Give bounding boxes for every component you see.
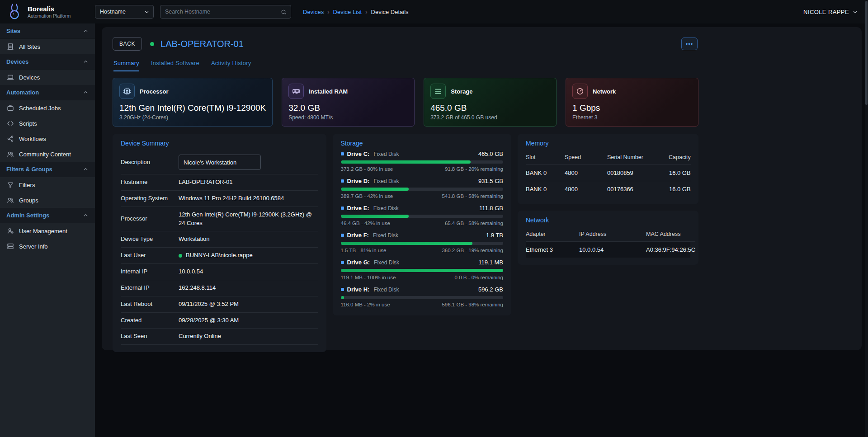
drive-row-e: Drive E: Fixed Disk 111.8 GB 46.4 GB - 4… [341,205,503,226]
speed-gauge-icon [572,84,588,99]
drive-size: 465.0 GB [478,150,503,157]
summary-row-description: Description [121,150,318,174]
breadcrumb-separator: › [327,9,329,15]
sidebar-item-all-sites[interactable]: All Sites [0,39,95,54]
sidebar-item-groups[interactable]: Groups [0,193,95,208]
sidebar-section-devices[interactable]: Devices [0,54,95,70]
search-input[interactable] [161,9,281,15]
tab-summary[interactable]: Summary [113,60,139,71]
sidebar-item-filters[interactable]: Filters [0,177,95,193]
server-icon [7,243,14,250]
section-label: Sites [6,28,20,34]
summary-value: 09/28/2025 @ 3:30 AM [179,316,318,325]
tab-activity-history[interactable]: Activity History [211,60,251,71]
drive-type: Fixed Disk [373,232,398,239]
drive-row-h: Drive H: Fixed Disk 596.2 GB 116.0 MB - … [341,286,503,307]
chevron-down-icon [852,9,858,15]
sidebar-item-label: Devices [19,74,40,81]
network-header: IP Address [579,227,646,241]
summary-value: 09/11/2025 @ 3:52 PM [179,300,318,309]
summary-label: Internal IP [121,268,179,276]
drive-bullet-icon [341,207,344,210]
people-icon [7,150,14,158]
user-menu[interactable]: NICOLE RAPPE [803,9,858,15]
sidebar-item-scheduled-jobs[interactable]: Scheduled Jobs [0,100,95,116]
drive-bullet-icon [341,179,344,183]
tab-installed-software[interactable]: Installed Software [151,60,199,71]
drive-remaining: 91.8 GB - 20% remaining [445,166,503,172]
summary-value: LAB-OPERATOR-01 [179,178,318,187]
card-label: Network [593,88,616,95]
summary-row-operating-system: Operating System Windows 11 Pro 24H2 Bui… [121,191,318,207]
sidebar-section-automation[interactable]: Automation [0,85,95,100]
back-button[interactable]: BACK [113,37,142,51]
hostname-search[interactable] [160,5,291,19]
breadcrumb-devices[interactable]: Devices [303,9,324,15]
breadcrumb-separator: › [365,9,367,15]
summary-row-created: Created 09/28/2025 @ 3:30 AM [121,313,318,329]
search-icon [281,9,287,15]
drive-row-f: Drive F: Fixed Disk 1.9 TB 1.5 TB - 81% … [341,232,503,253]
summary-row-hostname: Hostname LAB-OPERATOR-01 [121,174,318,191]
drive-size: 1.9 TB [486,232,503,239]
summary-value: Windows 11 Pro 24H2 Build 26100.6584 [179,194,318,203]
card-footer: Ethernet 3 [572,114,692,121]
online-status-dot [150,42,154,46]
drive-usage-bar [341,269,503,272]
summary-label: Created [121,317,179,324]
drive-remaining: 65.4 GB - 58% remaining [445,221,503,226]
sidebar-item-label: Scripts [19,120,37,127]
section-label: Admin Settings [6,212,49,219]
chevron-up-icon [83,59,89,65]
drive-used: 1.5 TB - 81% in use [341,248,387,253]
drive-size: 119.1 MB [478,259,503,266]
sidebar-item-user-management[interactable]: User Management [0,223,95,239]
summary-row-last-reboot: Last Reboot 09/11/2025 @ 3:52 PM [121,296,318,313]
scrollbar[interactable] [865,0,868,437]
stat-cards: Processor 12th Gen Intel(R) Core(TM) i9-… [113,78,698,127]
sidebar-section-sites[interactable]: Sites [0,23,95,39]
drive-name: Drive F: [347,232,369,239]
panel-title: Network [526,216,690,224]
drive-used: 373.2 GB - 80% in use [341,166,393,172]
drive-type: Fixed Disk [374,259,399,266]
memory-cell: 4800 [565,164,607,181]
summary-row-internal-ip: Internal IP 10.0.0.54 [121,264,318,280]
storage-stack-icon [430,84,446,99]
drive-bullet-icon [341,152,344,155]
sidebar-item-workflows[interactable]: Workflows [0,131,95,146]
sidebar-item-devices[interactable]: Devices [0,70,95,85]
summary-row-processor: Processor 12th Gen Intel(R) Core(TM) i9-… [121,207,318,232]
card-footer: Speed: 4800 MT/s [288,114,408,121]
memory-panel: Memory Slot Speed Serial Number Capacity… [518,134,698,204]
description-input[interactable] [179,155,261,170]
network-panel: Network Adapter IP Address MAC Address E… [518,211,698,265]
sidebar-section-filters-groups[interactable]: Filters & Groups [0,162,95,177]
summary-value: 162.248.8.114 [179,284,318,292]
sidebar-item-server-info[interactable]: Server Info [0,239,95,254]
brand: Borealis Automation Platform [5,2,95,21]
more-actions-button[interactable]: ••• [681,38,698,50]
section-label: Automation [6,89,39,96]
hostname-filter-dropdown[interactable]: Hostname [95,5,154,19]
summary-label: Last User [121,252,179,259]
sidebar-item-scripts[interactable]: Scripts [0,116,95,131]
summary-label: Description [121,159,179,166]
drive-used: 389.7 GB - 42% in use [341,193,393,199]
workflow-icon [7,135,14,142]
memory-cell: 16.0 GB [669,164,691,181]
device-title: LAB-OPERATOR-01 [160,39,244,49]
breadcrumb-device-list[interactable]: Device List [333,9,362,15]
borealis-logo-icon [5,2,24,21]
sidebar-section-admin-settings[interactable]: Admin Settings [0,208,95,223]
brand-subtitle: Automation Platform [28,13,71,19]
scrollbar-thumb[interactable] [865,1,868,105]
device-details-container: BACK LAB-OPERATOR-01 ••• Summary Install… [102,27,862,350]
sidebar-item-community-content[interactable]: Community Content [0,146,95,162]
online-dot [179,254,182,258]
memory-header: Speed [565,150,607,164]
chevron-up-icon [83,28,89,34]
breadcrumb: Devices › Device List › Device Details [303,9,409,15]
drive-usage-bar [341,215,503,218]
drive-bullet-icon [341,288,344,291]
